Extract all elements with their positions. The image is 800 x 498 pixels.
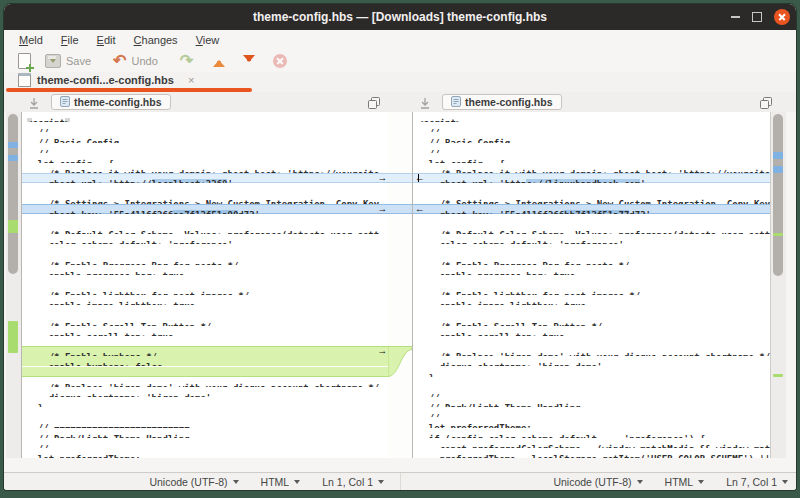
window-title: theme-config.hbs — [Downloads] theme-con… — [4, 10, 796, 24]
code-line: const preferredColorScheme = (window.mat… — [413, 438, 771, 448]
diff-chunk-mark — [8, 220, 18, 233]
push-change-right-arrow[interactable]: → — [378, 346, 388, 356]
tab-close-icon[interactable]: × — [188, 74, 194, 86]
close-icon[interactable] — [774, 9, 790, 25]
code-line: /* Replace 'biron-demo' with your disqus… — [413, 346, 771, 356]
code-line: /* Enable lightbox for post images */ — [413, 285, 771, 295]
code-line: preferredTheme = localStorage.getItem('U… — [413, 448, 771, 458]
menu-meld[interactable]: Meld — [10, 32, 52, 48]
code-line: // ========================= — [22, 438, 389, 448]
cursor-position-dropdown[interactable]: Ln 1, Col 1 — [322, 476, 384, 488]
syntax-dropdown[interactable]: HTML — [261, 476, 301, 488]
left-vertical-scrollbar[interactable] — [6, 112, 22, 458]
maximize-icon[interactable] — [752, 12, 762, 22]
stop-button[interactable] — [273, 54, 287, 68]
undo-icon: ↶ — [113, 53, 126, 69]
code-line: color_scheme_default: 'preference', — [413, 234, 771, 244]
code-line — [22, 183, 389, 193]
cursor-position-dropdown[interactable]: Ln 7, Col 1 — [726, 476, 788, 488]
push-change-right-arrow[interactable]: → — [378, 204, 388, 214]
left-code-pane[interactable]: <script> // =============== // Basic Con… — [21, 112, 390, 458]
tabbar: theme-confi...e-config.hbs × — [4, 72, 796, 92]
diff-chunk-mark — [773, 166, 783, 173]
code-line: // Dark/Light Theme Handling — [22, 428, 389, 438]
right-code-pane[interactable]: <script> // =============== // Basic Con… — [412, 112, 772, 458]
file-icon — [60, 96, 70, 107]
chevron-down-icon — [294, 480, 300, 487]
chevron-down-icon — [637, 480, 643, 487]
scrollbar-thumb[interactable] — [773, 114, 783, 276]
code-line: // =============== — [22, 122, 389, 132]
code-line: // =============== — [413, 143, 771, 153]
code-line: /* Default Color Scheme. Values: prefere… — [413, 224, 771, 234]
code-line: // =============== — [413, 122, 771, 132]
previous-change-button[interactable] — [213, 54, 225, 68]
code-line: } — [22, 397, 389, 407]
new-file-icon — [18, 53, 31, 69]
code-line — [413, 336, 771, 346]
encoding-dropdown[interactable]: Unicode (UTF-8) — [149, 476, 238, 488]
blue-chunk-connector — [388, 173, 412, 183]
diff-chunk-mark — [8, 142, 18, 148]
right-statusbar: Unicode (UTF-8) HTML Ln 7, Col 1 — [400, 473, 796, 490]
tab-theme-config[interactable]: theme-confi...e-config.hbs × — [10, 72, 256, 88]
code-line — [22, 275, 389, 285]
push-change-left-arrow[interactable]: ← — [415, 173, 425, 183]
code-line: disqus_shortname: 'biron-demo' — [22, 387, 389, 397]
chevron-down-icon — [378, 480, 384, 487]
right-vertical-scrollbar[interactable] — [770, 112, 786, 458]
desktop-background: theme-config.hbs — [Downloads] theme-con… — [0, 0, 800, 498]
push-change-left-arrow[interactable]: ← — [415, 204, 425, 214]
code-line — [22, 244, 389, 254]
push-change-right-arrow[interactable]: → — [378, 173, 388, 183]
copy-icon[interactable] — [368, 95, 380, 107]
code-line: enable_scroll_top: true, — [413, 326, 771, 336]
code-line — [22, 336, 389, 346]
left-statusbar: Unicode (UTF-8) HTML Ln 1, Col 1 — [4, 473, 400, 490]
encoding-dropdown[interactable]: Unicode (UTF-8) — [553, 476, 642, 488]
copy-icon[interactable] — [760, 95, 772, 107]
left-file-button[interactable]: theme-config.hbs — [51, 94, 171, 110]
chevron-down-icon — [782, 480, 788, 487]
next-change-button[interactable] — [243, 54, 255, 68]
diff-editor: <script> // =============== // Basic Con… — [4, 112, 796, 465]
redo-button[interactable]: ↷ — [180, 53, 193, 69]
menu-changes[interactable]: Changes — [125, 32, 187, 48]
pane-pin-icon — [420, 96, 430, 108]
stop-icon — [273, 54, 287, 68]
minimize-icon[interactable] — [731, 16, 740, 18]
code-line: /* Enable Progress Bar for posts */ — [413, 255, 771, 265]
arrow-up-icon — [213, 54, 225, 68]
pane-headers: theme-config.hbs theme-config.hbs — [4, 92, 796, 113]
code-line — [22, 367, 389, 377]
code-line: // ========================= — [413, 407, 771, 417]
chevron-down-icon — [698, 480, 704, 487]
tab-file-icon — [18, 73, 31, 87]
file-icon — [451, 96, 461, 107]
menu-file[interactable]: File — [52, 32, 88, 48]
menu-view[interactable]: View — [187, 32, 229, 48]
code-line: // ========================= — [22, 417, 389, 427]
code-line: disqus_shortname: 'biron-demo' — [413, 356, 771, 366]
code-line: enable_image_lightbox: true, — [413, 295, 771, 305]
scrollbar-thumb[interactable] — [8, 114, 18, 274]
code-line: // Basic Config — [413, 132, 771, 142]
code-line: /* Replace it with your domain: ghost_ho… — [22, 163, 389, 173]
save-button[interactable]: Save — [45, 54, 91, 68]
code-line: } — [413, 367, 771, 377]
chevron-down-icon — [233, 480, 239, 487]
code-line: let config = { — [22, 153, 389, 163]
code-line: ghost_url: 'https://linuxhandbook.com',← — [413, 173, 771, 183]
menubar: Meld File Edit Changes View — [4, 30, 796, 49]
menu-edit[interactable]: Edit — [88, 32, 125, 48]
titlebar[interactable]: theme-config.hbs — [Downloads] theme-con… — [4, 4, 796, 30]
arrow-down-icon — [243, 54, 255, 68]
syntax-dropdown[interactable]: HTML — [665, 476, 705, 488]
code-line: enable_progress_bar: true, — [22, 265, 389, 275]
code-line: /* Enable lightbox for post images */ — [22, 285, 389, 295]
right-file-button[interactable]: theme-config.hbs — [442, 94, 562, 110]
code-line — [413, 244, 771, 254]
new-comparison-button[interactable] — [18, 53, 31, 69]
code-line — [22, 305, 389, 315]
undo-button[interactable]: ↶ Undo — [113, 53, 158, 69]
